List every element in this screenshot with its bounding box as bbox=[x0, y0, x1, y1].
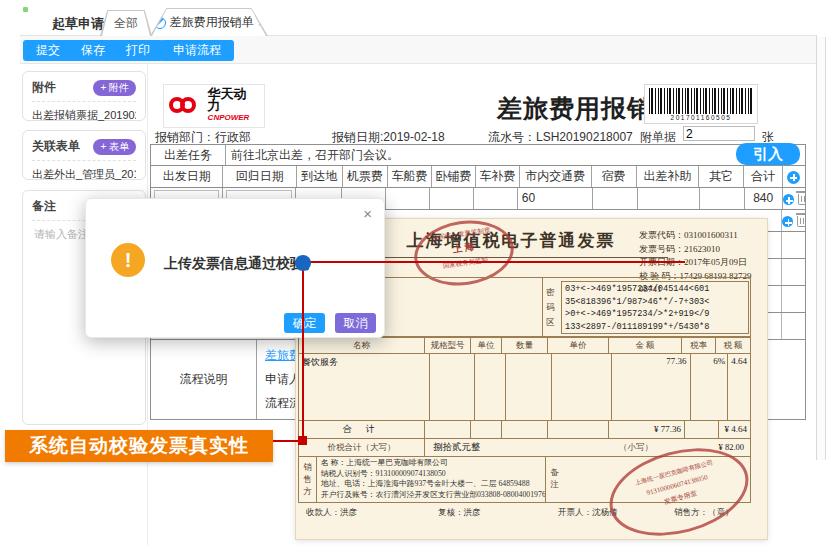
cancel-button[interactable]: 取消 bbox=[335, 313, 376, 333]
inv-col-price: 单价 bbox=[548, 338, 609, 353]
add-row-header-icon[interactable] bbox=[787, 171, 800, 184]
task-label-cell: 出差任务 bbox=[151, 145, 226, 165]
task-row: 出差任务 前往北京出差，召开部门会议。 bbox=[150, 144, 806, 166]
small-label: （小写） bbox=[619, 438, 653, 456]
remark-side-label: 备注 bbox=[549, 466, 560, 490]
dialog-close-icon[interactable]: × bbox=[363, 205, 372, 222]
inv-col-name: 名称 bbox=[299, 338, 425, 353]
add-form-button[interactable]: + 表单 bbox=[93, 139, 136, 155]
process-label-cell: 流程说明 bbox=[151, 340, 257, 419]
city-traffic-value[interactable]: 60 bbox=[518, 188, 593, 209]
attachments-title: 附件 bbox=[32, 79, 56, 96]
add-attachment-button[interactable]: + 附件 bbox=[93, 80, 136, 96]
col-depart-date: 出发日期 bbox=[151, 166, 223, 187]
inv-col-amount: 金 额 bbox=[609, 338, 682, 353]
cipher-line-3: >0+<->469*1957234/>*2+919</9 bbox=[565, 308, 745, 321]
invoice-total-amount: ¥ 77.36 bbox=[609, 420, 685, 438]
invoice-total-tax: ¥ 4.64 bbox=[719, 420, 750, 438]
invoice-item-rate: 6% bbox=[691, 354, 729, 420]
scrollbar-track[interactable] bbox=[817, 37, 826, 460]
expense-table-header: 出发日期 回归日期 到达地 机票费 车船费 卧铺费 车补费 市内交通费 宿费 出… bbox=[150, 166, 806, 188]
invoice-reviewer: 复核：洪彦 bbox=[438, 507, 481, 519]
barcode-image bbox=[649, 88, 753, 114]
col-airfare: 机票费 bbox=[343, 166, 388, 187]
page-title: 起草申请 bbox=[52, 15, 104, 33]
seller-tax-id: 纳税人识别号：913100009074138050 bbox=[321, 469, 546, 480]
tab-close-icon[interactable]: × bbox=[258, 17, 264, 29]
inv-col-spec: 规格型号 bbox=[425, 338, 471, 353]
invoice-payee: 收款人：洪彦 bbox=[306, 507, 357, 519]
seller-bank: 开户行及账号：农行漕河泾开发区支行营业部033808-08004001976 bbox=[321, 490, 546, 501]
annotation-line-left bbox=[273, 440, 298, 442]
invoice-code: 发票代码：031001600311 bbox=[639, 229, 767, 243]
tab-form-label: 差旅费用报销单 bbox=[170, 14, 254, 31]
logo-infinity-icon bbox=[169, 96, 203, 116]
task-value-cell[interactable]: 前往北京出差，召开部门会议。 bbox=[226, 145, 805, 165]
col-trip-subsidy: 出差补助 bbox=[637, 166, 700, 187]
app-window: 起草申请 全部 差旅费用报销单 × 提交 保存 打印 申请流程 附件 + 附件 … bbox=[0, 0, 833, 559]
annotation-dot bbox=[295, 255, 311, 271]
inv-col-qty: 数量 bbox=[502, 338, 548, 353]
remark-title: 备注 bbox=[32, 198, 56, 215]
callout-label: 系统自动校验发票真实性 bbox=[5, 430, 273, 462]
invoice-total-row: 合 计 ¥ 77.36 ¥ 4.64 bbox=[298, 420, 751, 439]
ok-button[interactable]: 确定 bbox=[284, 313, 325, 333]
invoice-item-tax: 4.64 bbox=[728, 354, 750, 420]
annotation-line-down bbox=[302, 269, 304, 439]
col-total: 合计 bbox=[744, 166, 782, 187]
invoice-total-label: 合 计 bbox=[299, 420, 425, 438]
save-button[interactable]: 保存 bbox=[68, 40, 118, 61]
related-forms-card: 关联表单 + 表单 出差外出_管理员_2019... bbox=[22, 130, 146, 180]
words-value: 捌拾贰元整 bbox=[425, 438, 593, 456]
barcode-number: 201701160505 bbox=[645, 114, 757, 121]
verify-dialog: × ! 上传发票信息通过校验。 确定 取消 bbox=[85, 198, 385, 338]
inv-col-rate: 税率 bbox=[682, 338, 716, 353]
cipher-area-label: 密码区 bbox=[545, 285, 556, 330]
seller-addr: 地址、电话：上海淮海中路937号金叶大楼一、二层 64859488 bbox=[321, 479, 546, 490]
add-row-icon-2[interactable] bbox=[782, 216, 793, 227]
invoice-number: 发票号码：21623010 bbox=[639, 243, 767, 257]
cipher-line-2: 35<818396*1/987>46**/-7+303< bbox=[565, 296, 745, 309]
words-label: 价税合计（大写） bbox=[299, 438, 425, 456]
barcode: 201701160505 bbox=[644, 84, 758, 124]
seller-name: 名 称：上海统一星巴克咖啡有限公司 bbox=[321, 458, 546, 469]
col-lodging: 宿费 bbox=[592, 166, 637, 187]
invoice-item-name: 餐饮服务 bbox=[299, 354, 430, 420]
col-city-traffic: 市内交通费 bbox=[520, 166, 591, 187]
invoice-drawer: 开票人：沈杨倩 bbox=[558, 507, 618, 519]
submit-button[interactable]: 提交 bbox=[23, 40, 73, 61]
inv-col-unit: 单位 bbox=[471, 338, 502, 353]
tab-all[interactable]: 全部 bbox=[100, 10, 152, 36]
flow-button[interactable]: 申请流程 bbox=[160, 40, 234, 61]
import-button[interactable]: 引入 bbox=[736, 143, 800, 165]
delete-row-icon[interactable] bbox=[798, 194, 805, 205]
company-logo: 华天动力 CNPOWER bbox=[163, 84, 265, 128]
related-form-item[interactable]: 出差外出_管理员_2019... bbox=[32, 167, 136, 182]
delete-row-icon-2[interactable] bbox=[797, 216, 805, 227]
col-sleeper: 卧铺费 bbox=[432, 166, 476, 187]
col-return-date: 回归日期 bbox=[223, 166, 296, 187]
col-vehicle: 车船费 bbox=[388, 166, 432, 187]
col-other: 其它 bbox=[699, 166, 744, 187]
logo-name: 华天动力 bbox=[208, 88, 259, 112]
annotation-line-right bbox=[309, 261, 685, 263]
inv-col-tax: 税 额 bbox=[716, 338, 750, 353]
add-row-icon[interactable] bbox=[783, 194, 794, 205]
form-tab-icon bbox=[154, 17, 166, 29]
attachments-card: 附件 + 附件 出差报销票据_20190219.j... bbox=[22, 71, 146, 121]
print-button[interactable]: 打印 bbox=[113, 40, 163, 61]
attach-count-input[interactable] bbox=[683, 126, 755, 141]
attachment-item[interactable]: 出差报销票据_20190219.j... bbox=[32, 108, 136, 123]
tab-all-label: 全部 bbox=[114, 15, 138, 32]
related-forms-title: 关联表单 bbox=[32, 138, 80, 155]
warning-icon: ! bbox=[111, 243, 145, 277]
col-destination: 到达地 bbox=[297, 166, 343, 187]
invoice-item-amount: 77.36 bbox=[612, 354, 690, 420]
invoice-items-table: 名称 规格型号 单位 数量 单价 金 额 税率 税 额 餐饮服务 77.36 6… bbox=[298, 337, 751, 421]
tab-form[interactable]: 差旅费用报销单 × bbox=[150, 8, 268, 36]
row-total-value: 840 bbox=[745, 188, 783, 209]
col-car-allowance: 车补费 bbox=[476, 166, 520, 187]
cipher-line-4: 133<2897-/011189199*+/5430*8 bbox=[565, 321, 745, 334]
tab-bar: 起草申请 全部 差旅费用报销单 × bbox=[20, 8, 817, 36]
logo-sub: CNPOWER bbox=[208, 112, 259, 124]
